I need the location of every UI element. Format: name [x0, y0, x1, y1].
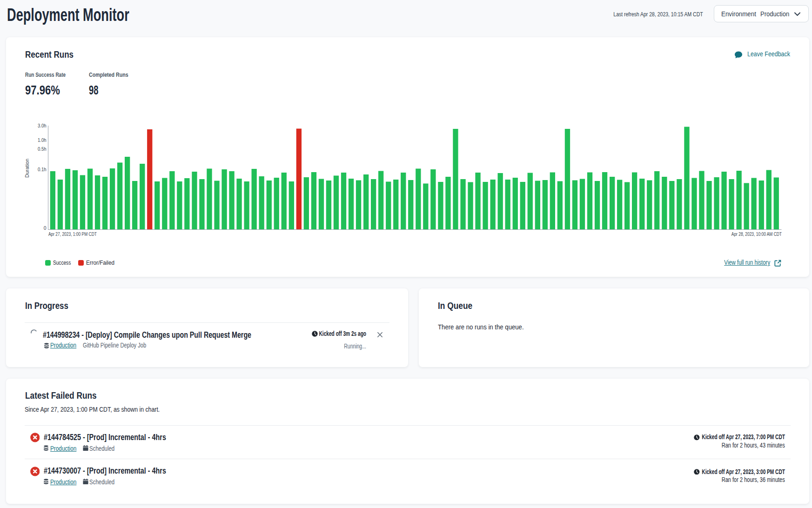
svg-text:0.5h: 0.5h [38, 146, 47, 152]
svg-text:Duration: Duration [24, 159, 30, 178]
svg-text:3.0h: 3.0h [38, 123, 47, 128]
svg-text:0.1h: 0.1h [38, 167, 47, 173]
svg-text:Apr 28, 2023, 10:00 AM CDT: Apr 28, 2023, 10:00 AM CDT [731, 232, 782, 237]
svg-text:Apr 27, 2023, 1:00 PM CDT: Apr 27, 2023, 1:00 PM CDT [48, 232, 97, 237]
svg-text:1.0h: 1.0h [38, 138, 47, 143]
svg-text:0: 0 [44, 225, 47, 231]
